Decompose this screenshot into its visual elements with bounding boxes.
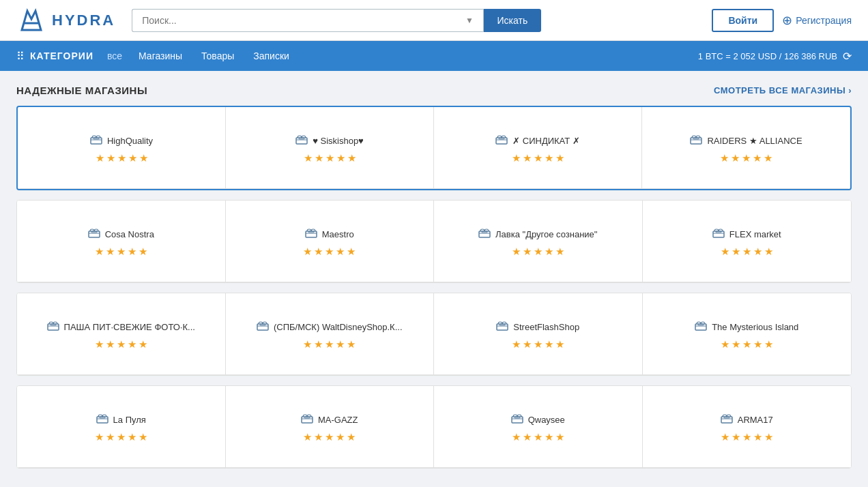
- nav-categories: ⠿ КАТЕГОРИИ: [16, 50, 93, 63]
- shop-name: MA-GAZZ: [318, 415, 358, 425]
- star: ★: [534, 152, 542, 164]
- star: ★: [732, 338, 740, 351]
- star-rating: ★★★★★: [95, 246, 147, 258]
- star: ★: [764, 338, 773, 351]
- shop-icon: [295, 135, 308, 147]
- shop-icon: [88, 228, 100, 240]
- star: ★: [304, 152, 313, 164]
- nav-links: Магазины Товары Записки: [139, 50, 289, 61]
- shop-card[interactable]: Cosa Nostra ★★★★★: [17, 201, 226, 282]
- nav-goods[interactable]: Товары: [201, 50, 234, 61]
- svg-rect-21: [260, 324, 265, 325]
- star: ★: [347, 431, 356, 443]
- star-rating: ★★★★★: [303, 431, 356, 443]
- svg-rect-16: [713, 231, 724, 237]
- star: ★: [303, 246, 312, 258]
- star-rating: ★★★★★: [95, 431, 147, 443]
- shop-name-row: Maestro: [305, 228, 354, 240]
- shop-card[interactable]: Maestro ★★★★★: [226, 201, 435, 282]
- star: ★: [534, 246, 542, 258]
- shop-icon: [695, 321, 707, 333]
- nav-all-link[interactable]: все: [107, 50, 122, 61]
- view-all-label: СМОТРЕТЬ ВСЕ МАГАЗИНЫ: [714, 85, 845, 95]
- view-all-link[interactable]: СМОТРЕТЬ ВСЕ МАГАЗИНЫ ›: [714, 85, 852, 95]
- logo[interactable]: HYDRA: [16, 5, 115, 35]
- search-input[interactable]: [132, 9, 456, 32]
- star: ★: [753, 431, 762, 443]
- shop-card[interactable]: The Mysterious Island ★★★★★: [643, 293, 852, 375]
- svg-rect-22: [497, 324, 508, 330]
- star-rating: ★★★★★: [303, 338, 356, 351]
- nav-notes[interactable]: Записки: [253, 50, 289, 61]
- star-rating: ★★★★★: [512, 338, 564, 351]
- shop-icon: [495, 135, 508, 147]
- star: ★: [512, 338, 521, 351]
- shop-name-row: StreetFlashShop: [496, 321, 579, 333]
- star: ★: [347, 152, 356, 164]
- featured-shops-grid: HighQuality ★★★★★ ♥ Siskishop♥ ★★★★★: [18, 107, 850, 189]
- star-rating: ★★★★★: [96, 152, 148, 164]
- star: ★: [128, 152, 137, 164]
- shop-icon: [257, 321, 269, 333]
- shop-card[interactable]: La Пуля ★★★★★: [17, 386, 226, 468]
- btc-rate: 1 BTC = 2 052 USD / 126 386 RUB: [698, 51, 837, 61]
- plus-circle-icon: ⊕: [782, 13, 792, 28]
- shop-card[interactable]: ПАША ПИТ·СВЕЖИЕ ФОТО·К... ★★★★★: [17, 293, 226, 375]
- login-button[interactable]: Войти: [712, 9, 774, 32]
- star: ★: [721, 338, 729, 351]
- shop-card[interactable]: ♥ Siskishop♥ ★★★★★: [226, 107, 434, 189]
- search-button[interactable]: Искать: [484, 9, 542, 32]
- star: ★: [512, 246, 521, 258]
- search-area: ▼ Искать: [132, 9, 541, 32]
- shop-card[interactable]: Qwaysee ★★★★★: [434, 386, 643, 468]
- star: ★: [139, 431, 147, 443]
- svg-rect-12: [306, 231, 317, 237]
- shops-grid-row4: La Пуля ★★★★★ MA-GAZZ ★★★★★: [16, 385, 852, 469]
- star: ★: [545, 152, 553, 164]
- search-dropdown[interactable]: ▼: [457, 9, 484, 32]
- star: ★: [303, 431, 312, 443]
- star-rating: ★★★★★: [721, 431, 773, 443]
- svg-rect-28: [302, 417, 313, 423]
- star: ★: [314, 431, 323, 443]
- shop-card[interactable]: HighQuality ★★★★★: [18, 107, 226, 189]
- shop-card[interactable]: StreetFlashShop ★★★★★: [434, 293, 643, 375]
- star: ★: [764, 152, 772, 164]
- star: ★: [96, 152, 104, 164]
- star: ★: [534, 431, 542, 443]
- shop-card[interactable]: RAIDERS ★ ALLIANCE ★★★★★: [642, 107, 850, 189]
- svg-rect-15: [482, 231, 487, 233]
- shop-card[interactable]: ARMA17 ★★★★★: [643, 386, 852, 468]
- shop-card[interactable]: MA-GAZZ ★★★★★: [226, 386, 435, 468]
- shop-name: The Mysterious Island: [712, 322, 798, 332]
- star: ★: [117, 431, 126, 443]
- star: ★: [753, 338, 762, 351]
- refresh-icon[interactable]: ⟳: [843, 50, 852, 63]
- register-link[interactable]: ⊕ Регистрация: [782, 13, 852, 28]
- star: ★: [764, 431, 773, 443]
- svg-rect-19: [50, 324, 56, 325]
- star: ★: [95, 338, 104, 351]
- nav-shops[interactable]: Магазины: [139, 50, 182, 61]
- star: ★: [545, 246, 553, 258]
- shop-name: Qwaysee: [528, 415, 565, 425]
- shop-name-row: Qwaysee: [511, 414, 565, 426]
- section-title: НАДЕЖНЫЕ МАГАЗИНЫ: [16, 85, 147, 96]
- shop-icon: [496, 321, 508, 333]
- shop-icon: [721, 414, 733, 426]
- svg-rect-13: [308, 231, 314, 233]
- shop-card[interactable]: ✗ СИНДИКАТ ✗ ★★★★★: [434, 107, 642, 189]
- svg-rect-18: [48, 324, 59, 330]
- star: ★: [139, 246, 147, 258]
- svg-rect-24: [695, 324, 706, 330]
- shop-card[interactable]: Лавка "Другое сознание" ★★★★★: [434, 201, 643, 282]
- star: ★: [139, 338, 147, 351]
- star: ★: [555, 246, 564, 258]
- shop-name-row: La Пуля: [96, 414, 146, 426]
- star: ★: [732, 246, 740, 258]
- shop-icon: [301, 414, 313, 426]
- categories-label: КАТЕГОРИИ: [30, 50, 93, 61]
- star-rating: ★★★★★: [512, 246, 564, 258]
- shop-card[interactable]: FLEX market ★★★★★: [643, 201, 852, 282]
- shop-card[interactable]: (СПБ/МСК) WaltDisneyShop.К... ★★★★★: [226, 293, 435, 375]
